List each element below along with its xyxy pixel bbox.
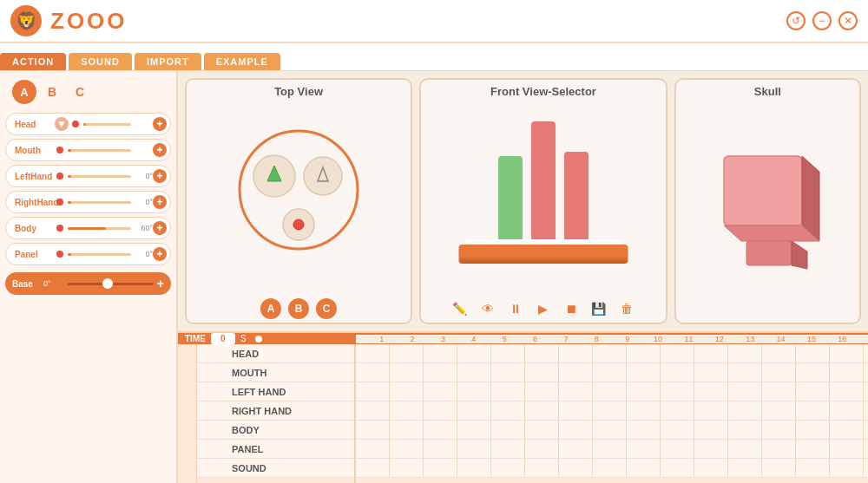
ruler-6: 6 xyxy=(520,335,550,343)
tl-head2: HEAD xyxy=(197,478,354,483)
ruler-numbers: 1 2 3 4 5 6 7 8 9 10 11 12 13 14 xyxy=(359,335,865,343)
close-button[interactable]: ✕ xyxy=(838,11,858,30)
top-view-panel: Top View xyxy=(185,78,412,324)
play-tool-button[interactable]: ▶ xyxy=(533,298,554,319)
skull-panel: Skull xyxy=(674,78,861,324)
ruler-5: 5 xyxy=(490,335,520,343)
control-mouth: Mouth + xyxy=(5,139,171,161)
front-view-title: Front View-Selector xyxy=(490,80,596,101)
track-panel xyxy=(356,440,868,459)
ruler-9: 9 xyxy=(612,335,642,343)
logo-icon: 🦁 xyxy=(10,5,42,36)
ruler-1: 1 xyxy=(366,335,397,343)
tab-action[interactable]: ACTION xyxy=(0,53,66,70)
mouth-plus-button[interactable]: + xyxy=(153,143,167,157)
base-label: Base xyxy=(12,279,43,289)
trash-tool-button[interactable]: 🗑 xyxy=(616,298,637,319)
timeline-labels: HEAD MOUTH LEFT HAND RIGHT HAND BODY PAN… xyxy=(178,344,356,483)
tab-example[interactable]: EXAMPLE xyxy=(204,53,280,70)
timeline-ruler: 1 2 3 4 5 6 7 8 9 10 11 12 13 14 xyxy=(356,335,868,343)
tl-righthand: RIGHT HAND xyxy=(197,401,354,421)
control-head: Head ▼ + xyxy=(5,113,171,135)
righthand-plus-button[interactable]: + xyxy=(153,195,167,209)
lefthand-plus-button[interactable]: + xyxy=(153,169,167,183)
front-view-panel: Front View-Selector ✏️ 👁 ⏸ ▶ ⏹ 💾 🗑 xyxy=(419,78,667,324)
app-title: ZOOO xyxy=(50,8,128,35)
tl-sound: SOUND xyxy=(197,459,354,478)
lefthand-slider[interactable] xyxy=(68,175,131,178)
track-lefthand xyxy=(356,382,868,401)
panel-slider[interactable] xyxy=(68,253,131,256)
right-content: Top View xyxy=(178,71,868,483)
abc-button-a[interactable]: A xyxy=(12,80,36,104)
ruler-3: 3 xyxy=(428,335,458,343)
front-view-bottom: ✏️ 👁 ⏸ ▶ ⏹ 💾 🗑 xyxy=(421,295,666,323)
ruler-2: 2 xyxy=(397,335,427,343)
top-view-btn-c[interactable]: C xyxy=(316,298,337,319)
base-control: Base 0° + xyxy=(5,272,171,295)
abc-button-b[interactable]: B xyxy=(40,80,64,104)
head-down-button[interactable]: ▼ xyxy=(55,117,69,131)
time-unit: S xyxy=(240,334,247,343)
body-dot xyxy=(56,225,63,232)
ruler-10: 10 xyxy=(642,335,673,343)
ruler-14: 14 xyxy=(766,335,796,343)
save-tool-button[interactable]: 💾 xyxy=(589,298,609,319)
mouth-slider[interactable] xyxy=(68,149,131,152)
head-dot xyxy=(72,121,79,127)
timeline-side-marker: D xyxy=(178,344,197,483)
refresh-button[interactable]: ↺ xyxy=(786,11,806,30)
window-controls: ↺ − ✕ xyxy=(786,11,858,30)
lefthand-dot xyxy=(56,173,63,179)
mouth-dot xyxy=(56,147,63,153)
tl-lefthand: LEFT HAND xyxy=(197,382,354,401)
ruler-7: 7 xyxy=(550,335,581,343)
front-view-canvas xyxy=(421,101,666,295)
pause-tool-button[interactable]: ⏸ xyxy=(505,298,526,319)
control-body: Body 60° + xyxy=(5,217,171,239)
svg-point-2 xyxy=(304,157,342,195)
header: 🦁 ZOOO ↺ − ✕ xyxy=(0,0,868,43)
minimize-button[interactable]: − xyxy=(812,11,832,30)
body-plus-button[interactable]: + xyxy=(153,221,167,235)
track-body xyxy=(356,421,868,440)
top-view-btn-b[interactable]: B xyxy=(288,298,309,319)
top-view-btn-a[interactable]: A xyxy=(260,298,281,319)
ruler-8: 8 xyxy=(582,335,612,343)
tl-mouth: MOUTH xyxy=(197,363,354,382)
righthand-label: RightHand xyxy=(10,198,55,207)
top-view-canvas xyxy=(187,101,411,295)
base-slider[interactable] xyxy=(68,283,154,285)
tab-sound[interactable]: SOUND xyxy=(69,53,132,70)
pencil-tool-button[interactable]: ✏️ xyxy=(450,298,470,319)
skull-title: Skull xyxy=(754,80,781,101)
main-content: A B C Head ▼ + Mouth + LeftHand 0° + xyxy=(0,71,868,483)
track-head2 xyxy=(356,478,868,483)
panel-value: 0° xyxy=(134,250,153,258)
ruler-4: 4 xyxy=(458,335,489,343)
body-slider[interactable] xyxy=(68,227,131,230)
front-base xyxy=(458,245,628,264)
timeline-tracks[interactable] xyxy=(356,344,868,483)
ruler-15: 15 xyxy=(796,335,826,343)
mouth-indicator xyxy=(293,219,304,230)
panel-plus-button[interactable]: + xyxy=(153,247,167,261)
eye-tool-button[interactable]: 👁 xyxy=(477,298,498,319)
track-head xyxy=(356,344,868,363)
time-label: TIME xyxy=(185,334,206,343)
base-plus-button[interactable]: + xyxy=(157,277,164,290)
abc-selector: A B C xyxy=(0,76,176,111)
righthand-slider[interactable] xyxy=(68,201,131,204)
control-lefthand: LeftHand 0° + xyxy=(5,165,171,187)
body-value: 60° xyxy=(134,224,153,232)
righthand-value: 0° xyxy=(134,198,153,206)
tl-body: BODY xyxy=(197,421,354,440)
timeline-header-left: TIME 0 S xyxy=(178,333,356,344)
tl-head: HEAD xyxy=(197,344,354,363)
tab-import[interactable]: IMPORT xyxy=(135,53,201,70)
timeline-body: D HEAD MOUTH LEFT HAND RIGHT HAND BODY P… xyxy=(178,344,868,483)
head-plus-button[interactable]: + xyxy=(153,117,167,131)
abc-button-c[interactable]: C xyxy=(68,80,92,104)
stop-tool-button[interactable]: ⏹ xyxy=(561,298,582,319)
head-slider[interactable] xyxy=(83,123,131,126)
